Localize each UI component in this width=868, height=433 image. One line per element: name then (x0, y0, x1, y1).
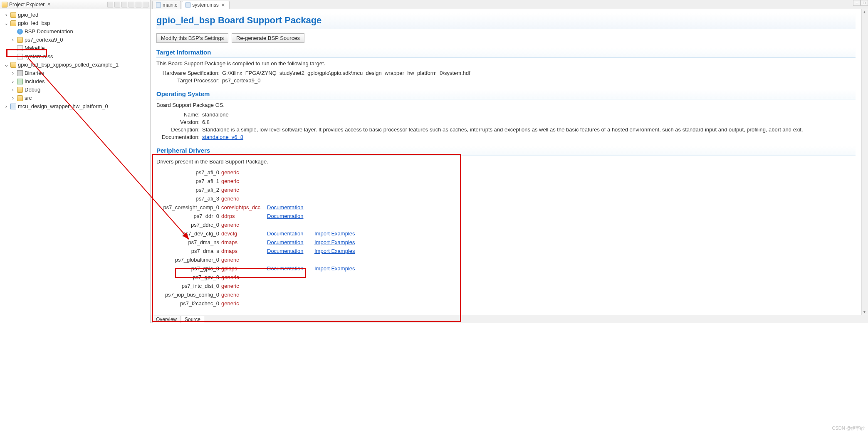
info-icon: i (17, 29, 23, 35)
twisty-icon[interactable]: › (10, 69, 15, 77)
driver-name: ps7_dma_ns (156, 238, 221, 247)
driver-name: ps7_afi_0 (156, 168, 221, 177)
os-doc-link[interactable]: standalone_v6_8 (202, 134, 243, 140)
twisty-icon[interactable]: › (10, 94, 15, 102)
driver-import-cell: Import Examples (314, 264, 368, 273)
driver-import-link[interactable]: Import Examples (314, 230, 355, 237)
tree-node-gpio-led[interactable]: › gpio_led (2, 11, 40, 19)
driver-row: ps7_iop_bus_config_0generic (156, 290, 856, 299)
driver-row: ps7_coresight_comp_0coresightps_dccDocum… (156, 203, 856, 212)
driver-doc-cell (267, 255, 314, 264)
tab-label: main.c (163, 2, 177, 8)
twisty-icon[interactable]: ⌄ (4, 61, 9, 69)
vertical-scrollbar[interactable] (861, 9, 868, 315)
driver-doc-link[interactable]: Documentation (267, 265, 303, 272)
toolbar-link-icon[interactable] (114, 2, 120, 7)
tab-system-mss[interactable]: system.mss ✕ (182, 1, 229, 9)
tree-node-src[interactable]: › src (9, 94, 33, 102)
driver-import-cell (314, 186, 368, 194)
toolbar-collapse-icon[interactable] (107, 2, 113, 7)
twisty-icon[interactable]: › (4, 11, 9, 19)
driver-driver: gpiops (221, 264, 267, 273)
driver-row: ps7_afi_0generic (156, 168, 856, 177)
tab-main-c[interactable]: main.c (152, 1, 181, 9)
driver-doc-cell (267, 220, 314, 229)
tree-node-system-mss[interactable]: system.mss (9, 52, 54, 61)
source-tab[interactable]: Source (181, 316, 204, 323)
editor-tabbar: main.c system.mss ✕ – □ (151, 0, 868, 9)
toolbar-min-icon[interactable] (136, 2, 141, 7)
driver-name: ps7_globaltimer_0 (156, 255, 221, 264)
target-info-heading: Target Information (156, 48, 856, 58)
driver-import-cell (314, 290, 368, 299)
driver-doc-link[interactable]: Documentation (267, 230, 303, 237)
toolbar-menu-icon[interactable] (129, 2, 134, 7)
toolbar-max-icon[interactable] (143, 2, 148, 7)
driver-import-cell (314, 273, 368, 282)
tab-label: system.mss (192, 2, 218, 8)
editor-content[interactable]: gpio_led_bsp Board Support Package Modif… (151, 9, 861, 315)
driver-doc-cell (267, 299, 314, 308)
tree-node-makefile[interactable]: Makefile (9, 44, 46, 52)
tree-node-debug[interactable]: › Debug (9, 86, 42, 94)
page-title: gpio_led_bsp Board Support Package (156, 13, 856, 29)
driver-doc-link[interactable]: Documentation (267, 204, 303, 210)
tab-close-icon[interactable]: ✕ (220, 2, 226, 8)
regenerate-bsp-button[interactable]: Re-generate BSP Sources (232, 33, 304, 43)
driver-name: ps7_afi_2 (156, 186, 221, 194)
tree-node-includes[interactable]: › Includes (9, 77, 46, 86)
driver-import-link[interactable]: Import Examples (314, 265, 355, 272)
editor-max-icon[interactable]: □ (861, 0, 868, 6)
driver-doc-link[interactable]: Documentation (267, 248, 303, 254)
tree-node-ps7-cortexa9-0[interactable]: › ps7_cortexa9_0 (9, 36, 64, 44)
driver-name: ps7_afi_3 (156, 194, 221, 203)
driver-driver: dmaps (221, 247, 267, 255)
toolbar-filter-icon[interactable] (121, 2, 127, 7)
target-proc-label: Target Processor: (156, 77, 222, 84)
twisty-icon[interactable] (10, 27, 15, 36)
driver-import-link[interactable]: Import Examples (314, 239, 355, 245)
driver-row: ps7_ddrc_0generic (156, 220, 856, 229)
tree-label: Binaries (25, 69, 44, 77)
hw-spec-label: Hardware Specification: (156, 70, 222, 76)
twisty-icon[interactable]: › (4, 102, 9, 111)
tree-label: gpio_led (18, 11, 38, 19)
project-tree[interactable]: › gpio_led ⌄ gpio_led_bsp i BSP Document… (0, 9, 150, 323)
editor-min-icon[interactable]: – (853, 0, 861, 6)
overview-tab[interactable]: Overview (152, 316, 181, 323)
twisty-icon[interactable]: › (10, 86, 15, 94)
driver-doc-cell (267, 168, 314, 177)
tree-node-hw-platform[interactable]: › mcu_design_wrapper_hw_platform_0 (2, 102, 109, 111)
hw-spec-value: G:\Xilinx_FPGA\ZYNQ_study\net2_gpio\gpio… (222, 70, 856, 76)
driver-driver: generic (221, 186, 267, 194)
view-close-icon[interactable]: ✕ (46, 2, 52, 7)
drivers-table: ps7_afi_0genericps7_afi_1genericps7_afi_… (156, 168, 856, 308)
tree-label: src (25, 94, 32, 102)
driver-name: ps7_gpv_0 (156, 273, 221, 282)
driver-driver: dmaps (221, 238, 267, 247)
tree-node-binaries[interactable]: › Binaries (9, 69, 45, 77)
twisty-icon[interactable]: › (10, 77, 15, 86)
os-name-value: standalone (202, 111, 856, 118)
driver-doc-link[interactable]: Documentation (267, 213, 303, 219)
driver-doc-cell: Documentation (267, 203, 314, 212)
tree-node-gpio-led-bsp[interactable]: ⌄ gpio_led_bsp (2, 19, 51, 27)
driver-doc-cell: Documentation (267, 229, 314, 238)
twisty-icon[interactable]: › (10, 36, 15, 44)
driver-name: ps7_gpio_0 (156, 264, 221, 273)
modify-bsp-button[interactable]: Modify this BSP's Settings (156, 33, 228, 43)
driver-doc-link[interactable]: Documentation (267, 239, 303, 245)
driver-import-cell (314, 212, 368, 220)
mss-file-icon (185, 2, 190, 7)
driver-row: ps7_dev_cfg_0devcfgDocumentationImport E… (156, 229, 856, 238)
tree-node-example-proj[interactable]: ⌄ gpio_led_bsp_xgpiops_polled_example_1 (2, 61, 120, 69)
driver-doc-cell: Documentation (267, 264, 314, 273)
driver-name: ps7_intc_dist_0 (156, 282, 221, 290)
driver-import-link[interactable]: Import Examples (314, 248, 355, 254)
project-explorer-title: Project Explorer (9, 2, 45, 7)
tree-node-bsp-doc[interactable]: i BSP Documentation (9, 27, 74, 36)
driver-doc-cell (267, 194, 314, 203)
twisty-icon[interactable]: ⌄ (4, 19, 9, 27)
form-page-tabs: Overview Source (151, 315, 868, 323)
driver-driver: coresightps_dcc (221, 203, 267, 212)
